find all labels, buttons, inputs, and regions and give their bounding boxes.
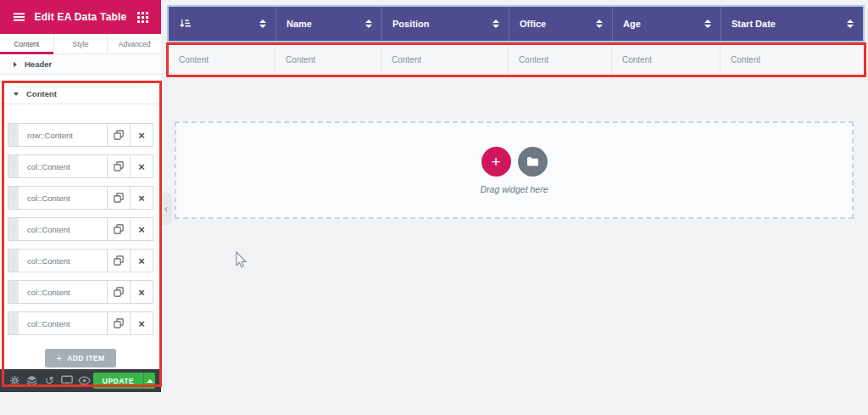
folder-icon [526, 156, 539, 166]
remove-item-button[interactable]: × [130, 187, 153, 209]
section-header[interactable]: Header [0, 54, 161, 75]
settings-gear-icon[interactable] [6, 372, 24, 390]
table-cell: Content [169, 45, 275, 75]
caret-down-icon [14, 93, 19, 96]
tab-content[interactable]: Content [0, 34, 54, 53]
drag-widget-drop-area[interactable]: + Drag widget here [175, 121, 854, 219]
repeater-item-col[interactable]: ⋮ col::Content × [8, 280, 153, 304]
repeater-item-col[interactable]: ⋮ col::Content × [8, 154, 153, 178]
tab-advanced[interactable]: Advanced [108, 34, 161, 53]
panel-header: Edit EA Data Table [0, 0, 161, 34]
duplicate-item-button[interactable] [107, 312, 130, 334]
table-column-sort[interactable] [169, 7, 275, 41]
add-item-label: ADD ITEM [67, 354, 104, 362]
duplicate-item-button[interactable] [107, 155, 130, 177]
remove-item-button[interactable]: × [130, 250, 153, 272]
table-column-age[interactable]: Age [612, 7, 721, 41]
sort-toggle-icon[interactable] [847, 20, 854, 28]
sort-amount-icon [179, 19, 192, 30]
history-icon[interactable]: ↺ [41, 372, 58, 390]
widgets-grid-icon[interactable] [134, 8, 151, 25]
update-button[interactable]: UPDATE [93, 373, 143, 389]
drag-handle-icon[interactable]: ⋮ [8, 155, 19, 177]
drop-area-buttons: + [481, 147, 548, 177]
panel-collapse-button[interactable]: ‹ [160, 193, 172, 225]
panel-title: Edit EA Data Table [27, 11, 134, 23]
sort-toggle-icon[interactable] [365, 20, 372, 28]
repeater-item-row[interactable]: ⋮ row::Content × [8, 123, 153, 147]
table-cell: Content [721, 45, 863, 75]
drag-handle-icon[interactable]: ⋮ [8, 281, 19, 303]
update-button-group: UPDATE [93, 373, 155, 389]
table-column-position[interactable]: Position [381, 7, 509, 41]
data-table-row: Content Content Content Content Content … [169, 45, 863, 75]
drop-hint-text: Drag widget here [481, 184, 548, 194]
panel-tabs: Content Style Advanced [0, 34, 161, 54]
caret-up-icon [147, 379, 153, 383]
column-label: Start Date [732, 19, 776, 29]
table-column-start-date[interactable]: Start Date [721, 7, 863, 41]
repeater-item-label: col::Content [19, 250, 107, 272]
section-content: Content ⋮ row::Content × ⋮ col::Content … [0, 84, 161, 367]
repeater-item-col[interactable]: ⋮ col::Content × [8, 311, 153, 335]
plus-icon: + [491, 154, 500, 170]
sort-toggle-icon[interactable] [596, 20, 603, 28]
repeater-item-label: col::Content [19, 218, 107, 240]
remove-item-button[interactable]: × [130, 312, 153, 334]
caret-right-icon [14, 62, 17, 67]
drag-handle-icon[interactable]: ⋮ [8, 124, 19, 146]
add-item-row: + ADD ITEM [0, 349, 161, 367]
panel-footer: ↺ UPDATE [0, 369, 161, 392]
section-content-header[interactable]: Content [0, 84, 161, 104]
duplicate-item-button[interactable] [107, 218, 130, 240]
section-content-label: Content [26, 89, 57, 98]
add-item-button[interactable]: + ADD ITEM [45, 349, 115, 367]
tab-style[interactable]: Style [54, 34, 108, 53]
responsive-monitor-icon[interactable] [58, 372, 76, 390]
drag-handle-icon[interactable]: ⋮ [8, 312, 19, 334]
table-cell: Content [509, 45, 612, 75]
mouse-cursor [234, 251, 248, 272]
add-section-button[interactable]: + [481, 147, 511, 177]
table-cell: Content [612, 45, 721, 75]
tab-content-label: Content [14, 40, 39, 48]
duplicate-item-button[interactable] [107, 124, 130, 146]
column-label: Office [520, 19, 546, 29]
repeater-item-col[interactable]: ⋮ col::Content × [8, 186, 153, 210]
sort-toggle-icon[interactable] [704, 20, 711, 28]
remove-item-button[interactable]: × [130, 155, 153, 177]
duplicate-item-button[interactable] [107, 281, 130, 303]
drag-handle-icon[interactable]: ⋮ [8, 187, 19, 209]
repeater-item-label: row::Content [19, 124, 107, 146]
duplicate-item-button[interactable] [107, 187, 130, 209]
sort-toggle-icon[interactable] [492, 20, 499, 28]
drag-handle-icon[interactable]: ⋮ [8, 250, 19, 272]
tab-style-label: Style [73, 40, 89, 48]
duplicate-item-button[interactable] [107, 250, 130, 272]
elementor-panel: Edit EA Data Table Content Style Advance… [0, 0, 161, 392]
tab-advanced-label: Advanced [119, 40, 151, 48]
table-cell: Content [275, 45, 381, 75]
remove-item-button[interactable]: × [130, 281, 153, 303]
update-options-button[interactable] [143, 373, 155, 389]
remove-item-button[interactable]: × [130, 124, 153, 146]
repeater-item-label: col::Content [19, 281, 107, 303]
remove-item-button[interactable]: × [130, 218, 153, 240]
template-library-button[interactable] [518, 147, 548, 177]
preview-eye-icon[interactable] [75, 372, 93, 390]
table-cell: Content [381, 45, 509, 75]
sort-toggle-icon[interactable] [259, 20, 266, 28]
repeater-item-col[interactable]: ⋮ col::Content × [8, 249, 153, 272]
column-label: Age [623, 19, 641, 29]
repeater-item-col[interactable]: ⋮ col::Content × [8, 217, 153, 241]
table-column-name[interactable]: Name [275, 7, 381, 41]
repeater-item-label: col::Content [19, 187, 107, 209]
drag-handle-icon[interactable]: ⋮ [8, 218, 19, 240]
repeater-item-label: col::Content [19, 155, 107, 177]
section-header-label: Header [25, 59, 52, 69]
repeater-list: ⋮ row::Content × ⋮ col::Content × ⋮ col:… [0, 104, 161, 335]
hamburger-menu-icon[interactable] [10, 8, 27, 25]
data-table-header: Name Position Office Age Start Date [169, 7, 863, 41]
table-column-office[interactable]: Office [509, 7, 612, 41]
navigator-layers-icon[interactable] [24, 372, 42, 390]
